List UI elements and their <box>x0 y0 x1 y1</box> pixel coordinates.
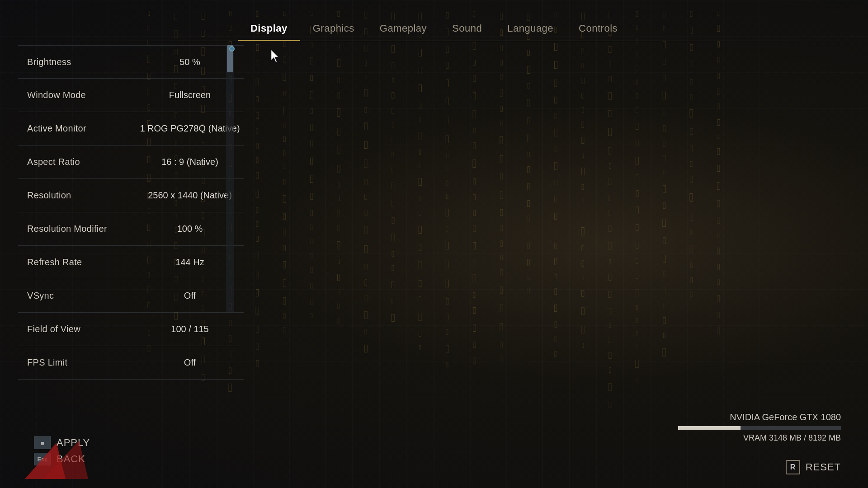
settings-row-window-mode[interactable]: Window Mode Fullscreen <box>18 79 244 112</box>
field-of-view-label: Field of View <box>18 324 136 334</box>
decorative-triangles <box>16 438 88 479</box>
tab-display[interactable]: Display <box>238 17 300 41</box>
settings-row-vsync[interactable]: VSync Off <box>18 279 244 313</box>
aspect-ratio-label: Aspect Ratio <box>18 157 136 167</box>
reset-button[interactable]: R RESET <box>786 460 841 474</box>
cursor <box>269 49 282 65</box>
settings-row-field-of-view[interactable]: Field of View 100 / 115 <box>18 313 244 346</box>
tab-language[interactable]: Language <box>495 17 566 41</box>
scroll-indicator <box>228 45 236 52</box>
resolution-modifier-label: Resolution Modifier <box>18 224 136 234</box>
r-key-icon: R <box>786 460 800 474</box>
reset-label: RESET <box>806 461 841 473</box>
gpu-info-panel: NVIDIA GeForce GTX 1080 VRAM 3148 MB / 8… <box>678 412 841 443</box>
vram-bar-container <box>678 426 841 430</box>
gpu-name: NVIDIA GeForce GTX 1080 <box>678 412 841 422</box>
settings-row-aspect-ratio[interactable]: Aspect Ratio 16 : 9 (Native) <box>18 145 244 179</box>
fps-limit-label: FPS Limit <box>18 357 136 368</box>
brightness-label: Brightness <box>18 57 136 67</box>
fps-limit-value: Off <box>136 357 244 368</box>
settings-row-active-monitor[interactable]: Active Monitor 1 ROG PG278Q (Native) <box>18 112 244 145</box>
vsync-label: VSync <box>18 291 136 301</box>
tab-controls[interactable]: Controls <box>566 17 630 41</box>
settings-panel: Brightness 50 % Window Mode Fullscreen A… <box>18 45 244 380</box>
settings-row-resolution-modifier[interactable]: Resolution Modifier 100 % <box>18 212 244 246</box>
scroll-indicator-icon <box>229 46 235 52</box>
vram-text: VRAM 3148 MB / 8192 MB <box>678 433 841 443</box>
tab-graphics[interactable]: Graphics <box>300 17 367 41</box>
vram-bar-fill <box>678 426 741 430</box>
scrollbar-track[interactable] <box>226 45 234 312</box>
settings-row-refresh-rate[interactable]: Refresh Rate 144 Hz <box>18 246 244 279</box>
settings-row-brightness[interactable]: Brightness 50 % <box>18 45 244 79</box>
resolution-label: Resolution <box>18 190 136 201</box>
main-content: Display Graphics Gameplay Sound Language… <box>0 0 868 488</box>
tab-gameplay[interactable]: Gameplay <box>367 17 439 41</box>
refresh-rate-label: Refresh Rate <box>18 257 136 267</box>
window-mode-label: Window Mode <box>18 90 136 100</box>
nav-tabs: Display Graphics Gameplay Sound Language… <box>0 0 868 41</box>
active-monitor-label: Active Monitor <box>18 123 136 134</box>
settings-row-fps-limit[interactable]: FPS Limit Off <box>18 346 244 380</box>
tab-sound[interactable]: Sound <box>439 17 495 41</box>
nav-divider <box>0 41 868 41</box>
field-of-view-value: 100 / 115 <box>136 324 244 334</box>
settings-row-resolution[interactable]: Resolution 2560 x 1440 (Native) <box>18 179 244 212</box>
